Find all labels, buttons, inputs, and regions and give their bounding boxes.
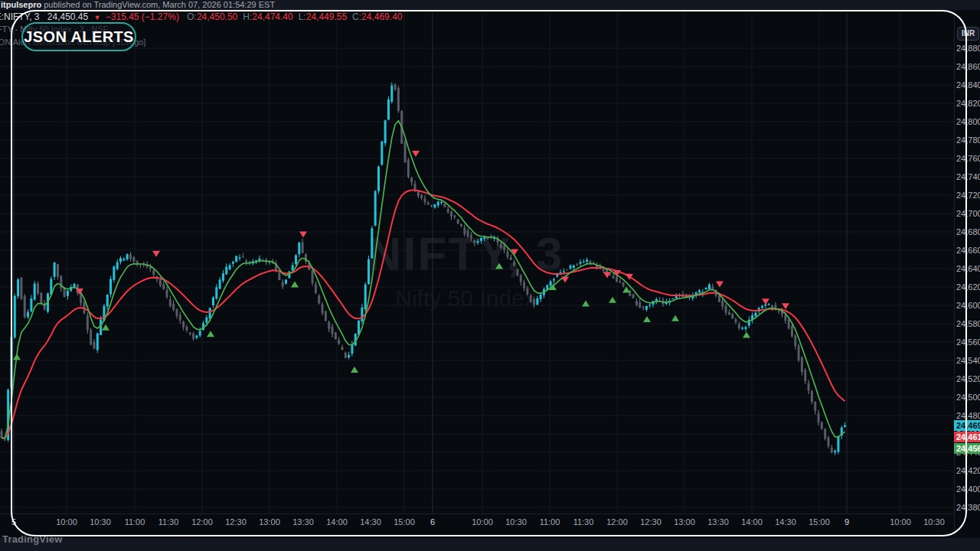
candle (563, 272, 565, 272)
candle (645, 306, 648, 310)
candle (798, 346, 800, 360)
candle (116, 262, 119, 269)
candle (322, 304, 324, 313)
signal-markers (13, 151, 789, 373)
time-axis-label: 13:00 (253, 517, 286, 527)
ohlc-values: O:24,450.50H:24,474.40L:24,449.55C:24,46… (181, 11, 402, 22)
candle (635, 301, 638, 305)
candle (377, 167, 380, 191)
candle (583, 262, 585, 262)
candle (533, 299, 535, 305)
candle (831, 448, 833, 452)
candle (232, 262, 234, 264)
candle (513, 262, 515, 266)
candle (119, 258, 122, 262)
candle (622, 282, 625, 286)
candle (90, 330, 92, 344)
candle (804, 370, 806, 381)
candle (328, 322, 330, 329)
candle (312, 270, 314, 283)
candle (384, 120, 387, 143)
candle (325, 311, 327, 321)
candle (374, 191, 377, 226)
candle (828, 438, 830, 446)
tradingview-snapshot: itpulsepro published on TradingView.com,… (0, 0, 980, 551)
candle (540, 295, 542, 299)
candle (443, 204, 446, 207)
buy-signal-icon (643, 316, 651, 322)
candle (570, 266, 572, 269)
sell-signal-icon (299, 232, 307, 238)
publisher-line: itpulsepro published on TradingView.com,… (1, 0, 275, 10)
candle (708, 285, 710, 289)
candle (844, 425, 846, 427)
sell-signal-icon (412, 151, 420, 157)
candle (229, 265, 231, 269)
time-axis-label: 14:00 (320, 517, 354, 527)
sell-signal-icon (762, 298, 769, 305)
candle (761, 306, 763, 308)
time-axis-day-label: 5 (0, 517, 31, 527)
candle (93, 342, 95, 349)
candle (126, 254, 129, 259)
candle (37, 283, 39, 293)
candle (113, 266, 115, 280)
candle (460, 224, 462, 227)
time-axis-label: 11:30 (152, 517, 185, 527)
candle (725, 306, 727, 313)
candle (580, 262, 582, 263)
currency-button[interactable]: INR (957, 27, 979, 41)
candle (824, 429, 826, 439)
candle (477, 241, 479, 243)
buy-signal-icon (609, 297, 616, 303)
candle (182, 321, 185, 327)
candle (212, 298, 214, 305)
candle (222, 273, 224, 281)
candle (721, 301, 724, 307)
candle (818, 413, 820, 422)
candle (821, 422, 823, 429)
candle (219, 279, 221, 289)
candle (368, 259, 370, 284)
candle (784, 315, 786, 321)
candle (315, 284, 317, 293)
sell-signal-icon (716, 281, 724, 287)
candle (109, 279, 112, 294)
candle (10, 337, 12, 388)
candle (648, 305, 651, 305)
candle (67, 291, 69, 296)
candle (185, 327, 188, 331)
candle (440, 202, 443, 203)
candle (553, 279, 555, 281)
candle (433, 204, 436, 207)
candle (209, 308, 211, 318)
ohlc-value: 24,450.50 (197, 11, 237, 22)
candle (169, 299, 172, 306)
candle (523, 282, 525, 289)
candle (814, 402, 816, 411)
candle (278, 272, 280, 280)
ohlc-value: 24,469.40 (361, 11, 402, 22)
time-axis-label: 13:30 (286, 517, 320, 527)
candle (536, 298, 538, 305)
candle (179, 315, 181, 321)
candle (335, 333, 337, 340)
candle (470, 235, 472, 237)
candlestick-plot[interactable] (0, 10, 980, 515)
buy-signal-icon (582, 301, 590, 307)
candle (612, 276, 615, 278)
candle (298, 243, 300, 254)
candle (603, 269, 605, 271)
candle (550, 282, 552, 286)
direction-arrow-icon: ▼ (94, 14, 101, 21)
ohlc-value: 24,449.55 (306, 11, 347, 22)
time-axis-label: 13:30 (701, 517, 735, 527)
time-axis-label: 10:30 (499, 517, 533, 527)
candle (338, 340, 340, 344)
change-value: −315.45 (−1.27%) (106, 11, 179, 22)
tradingview-logo[interactable]: TradingView (2, 533, 63, 545)
candle (345, 353, 347, 358)
candle (642, 307, 645, 308)
time-axis-label: 10:00 (50, 517, 83, 527)
time-axis[interactable]: 510:0010:3011:0011:3012:0012:3013:0013:3… (0, 517, 980, 528)
